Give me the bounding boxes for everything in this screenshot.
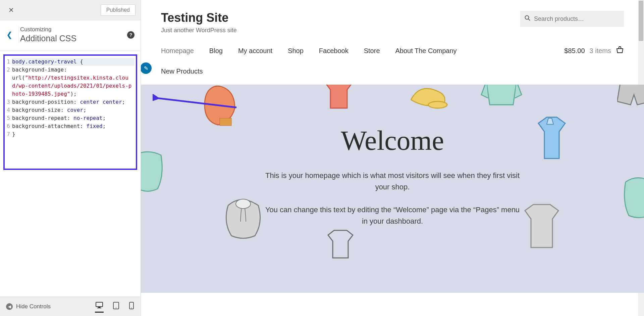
nav-item-my-account[interactable]: My account xyxy=(238,47,272,55)
basket-icon xyxy=(616,46,624,55)
nav-item-store[interactable]: Store xyxy=(364,47,380,55)
doodle-hoodie-teal xyxy=(621,172,644,222)
customizer-top-bar: ✕ Published xyxy=(0,0,141,20)
nav-item-homepage[interactable]: Homepage xyxy=(161,47,194,55)
line-number: 7 xyxy=(6,130,12,138)
doodle-tshirt-outline xyxy=(322,229,359,263)
back-button[interactable]: ❮ xyxy=(0,26,19,43)
product-search[interactable] xyxy=(520,11,624,27)
line-number: 4 xyxy=(6,106,12,114)
site-header: Testing Site Just another WordPress site xyxy=(141,0,644,41)
svg-rect-1 xyxy=(98,307,100,308)
device-tablet-icon[interactable] xyxy=(112,301,120,312)
code-text[interactable]: background-repeat: no-repeat; xyxy=(12,114,135,122)
publish-status-button[interactable]: Published xyxy=(101,4,136,16)
nav-item-blog[interactable]: Blog xyxy=(209,47,223,55)
section-title: Additional CSS xyxy=(20,34,127,43)
doodle-cap-yellow xyxy=(406,85,449,117)
line-number: 5 xyxy=(6,114,12,122)
nav-item-about-the-company[interactable]: About The Company xyxy=(395,47,457,55)
doodle-jacket-teal xyxy=(480,85,523,113)
device-mobile-icon[interactable] xyxy=(128,301,135,312)
cart-amount: $85.00 xyxy=(564,47,585,55)
device-desktop-icon[interactable] xyxy=(95,301,104,313)
code-line[interactable]: 2background-image: url("http://testingsi… xyxy=(6,66,135,98)
site-tagline: Just another WordPress site xyxy=(161,27,237,34)
primary-nav: HomepageBlogMy accountShopFacebookStoreA… xyxy=(141,41,644,65)
breadcrumb: Customizing xyxy=(20,26,127,33)
svg-point-6 xyxy=(131,308,132,308)
code-text[interactable]: background-position: center center; xyxy=(12,98,135,106)
doodle-polo-blue xyxy=(530,115,574,165)
line-number: 6 xyxy=(6,122,12,130)
svg-point-4 xyxy=(116,308,116,308)
collapse-left-icon: ◀ xyxy=(6,303,13,310)
doodle-hoodie-grey xyxy=(218,192,268,242)
hero-paragraph-2: You can change this text by editing the … xyxy=(265,204,520,227)
nav-item-shop[interactable]: Shop xyxy=(288,47,304,55)
cart-summary[interactable]: $85.00 3 items xyxy=(564,46,624,55)
subnav-new-products[interactable]: New Products xyxy=(161,67,203,75)
doodle-tee-grey xyxy=(517,202,567,256)
doodle-shorts-grey xyxy=(617,85,644,111)
svg-point-11 xyxy=(236,199,251,209)
svg-rect-0 xyxy=(96,302,103,307)
help-icon[interactable]: ? xyxy=(127,31,135,39)
site-preview: ✎ Testing Site Just another WordPress si… xyxy=(141,0,644,316)
svg-point-10 xyxy=(428,101,447,108)
svg-rect-2 xyxy=(97,308,101,308)
secondary-nav: New Products xyxy=(141,65,644,85)
hero-paragraph-1: This is your homepage which is what most… xyxy=(265,170,520,193)
code-text[interactable]: background-size: cover; xyxy=(12,106,135,114)
customizer-footer: ◀ Hide Controls xyxy=(0,297,141,316)
doodle-tshirt-red xyxy=(319,85,359,113)
chevron-left-icon: ❮ xyxy=(6,31,12,39)
doodle-jacket-orange xyxy=(201,85,245,132)
svg-point-7 xyxy=(525,15,529,19)
site-title[interactable]: Testing Site xyxy=(161,11,237,25)
code-text[interactable]: background-image: url("http://testingsit… xyxy=(12,66,135,98)
css-code-editor[interactable]: 1body.category-travel {2background-image… xyxy=(3,54,137,170)
doodle-sweater-teal xyxy=(141,148,168,195)
code-line[interactable]: 7} xyxy=(6,130,135,138)
hero-section: Welcome This is your homepage which is w… xyxy=(141,85,644,293)
code-line[interactable]: 4background-size: cover; xyxy=(6,106,135,114)
device-preview-switcher xyxy=(95,301,135,313)
line-number: 2 xyxy=(6,66,12,98)
nav-item-facebook[interactable]: Facebook xyxy=(319,47,348,55)
hide-controls-label: Hide Controls xyxy=(16,303,51,310)
preview-scrollbar-thumb[interactable] xyxy=(639,1,643,41)
svg-rect-9 xyxy=(220,118,231,126)
pencil-icon: ✎ xyxy=(144,65,148,72)
code-line[interactable]: 3background-position: center center; xyxy=(6,98,135,106)
code-line[interactable]: 5background-repeat: no-repeat; xyxy=(6,114,135,122)
cart-count: 3 items xyxy=(590,47,611,55)
code-text[interactable]: } xyxy=(12,130,135,138)
search-input[interactable] xyxy=(534,15,619,22)
code-text[interactable]: body.category-travel { xyxy=(12,58,135,66)
line-number: 3 xyxy=(6,98,12,106)
line-number: 1 xyxy=(6,58,12,66)
customizer-section-header: ❮ Customizing Additional CSS ? xyxy=(0,20,141,51)
search-icon xyxy=(525,15,531,23)
hide-controls-button[interactable]: ◀ Hide Controls xyxy=(6,303,51,310)
svg-line-8 xyxy=(528,19,530,20)
customizer-sidebar: ✕ Published ❮ Customizing Additional CSS… xyxy=(0,0,141,316)
close-customizer-button[interactable]: ✕ xyxy=(5,4,17,16)
code-line[interactable]: 1body.category-travel { xyxy=(6,58,135,66)
code-text[interactable]: background-attachment: fixed; xyxy=(12,122,135,130)
code-line[interactable]: 6background-attachment: fixed; xyxy=(6,122,135,130)
